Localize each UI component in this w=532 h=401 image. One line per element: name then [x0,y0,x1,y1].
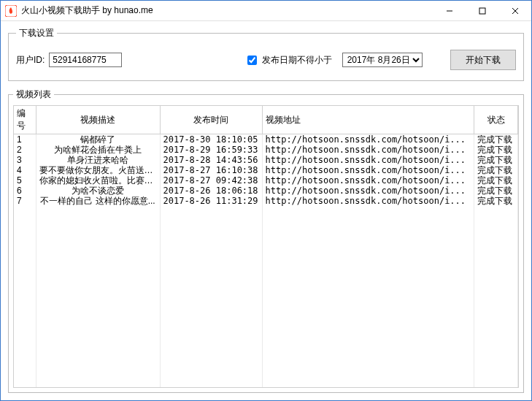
cell-desc: 不一样的自己 这样的你愿意... [36,196,160,206]
table-row-empty [14,278,518,288]
date-picker[interactable]: 2017年 8月26日 [342,53,423,67]
table-row-empty [14,216,518,226]
download-settings-group: 下载设置 用户ID: 发布日期不得小于 2017年 8月26日 开始下载 [8,27,524,81]
date-filter-label[interactable]: 发布日期不得小于 [247,54,331,66]
col-header-url[interactable]: 视频地址 [262,106,474,134]
table-row-empty [14,226,518,237]
list-legend: 视频列表 [13,88,54,101]
table-row-empty [14,308,518,318]
cell-desc: 要不要做你女朋友。火苗送起... [36,165,160,175]
col-header-time[interactable]: 发布时间 [160,106,262,134]
table-row-empty [14,267,518,278]
cell-desc: 锅都碎了 [36,134,160,145]
cell-desc: 为啥鲜花会插在牛粪上 [36,145,160,155]
table-row-empty [14,288,518,298]
cell-status: 完成下载 [474,145,518,155]
start-download-button[interactable]: 开始下载 [450,50,516,70]
cell-status: 完成下载 [474,165,518,175]
cell-url: http://hotsoon.snssdk.com/hotsoon/i... [262,165,474,175]
table-row[interactable]: 4要不要做你女朋友。火苗送起...2017-8-27 16:10:38http:… [14,165,518,175]
user-id-input[interactable] [49,53,122,67]
table-row-empty [14,329,518,339]
date-filter-checkbox[interactable] [247,56,257,65]
title-bar: 火山小视频下载助手 by hunao.me [1,1,531,21]
app-icon [5,5,17,17]
table-row-empty [14,206,518,216]
cell-url: http://hotsoon.snssdk.com/hotsoon/i... [262,134,474,145]
cell-idx: 5 [14,175,36,186]
cell-status: 完成下载 [474,175,518,186]
table-row-empty [14,257,518,267]
table-row-empty [14,370,518,380]
video-table: 编号 视频描述 发布时间 视频地址 状态 1锅都碎了2017-8-30 18:1… [14,106,518,388]
table-row-empty [14,339,518,349]
table-row-empty [14,380,518,388]
cell-idx: 3 [14,155,36,165]
table-row[interactable]: 3单身汪进来哈哈2017-8-28 14:43:56http://hotsoon… [14,155,518,165]
video-list-group: 视频列表 编号 视频描述 发布时间 视频地址 状态 [8,88,524,393]
cell-idx: 6 [14,186,36,196]
cell-status: 完成下载 [474,196,518,206]
table-row-empty [14,318,518,329]
cell-time: 2017-8-30 18:10:05 [160,134,262,145]
cell-status: 完成下载 [474,186,518,196]
table-row[interactable]: 6为啥不谈恋爱2017-8-26 18:06:18http://hotsoon.… [14,186,518,196]
cell-status: 完成下载 [474,155,518,165]
cell-status: 完成下载 [474,134,518,145]
col-header-desc[interactable]: 视频描述 [36,106,160,134]
maximize-button[interactable] [466,1,498,21]
cell-time: 2017-8-27 09:42:38 [160,175,262,186]
table-row[interactable]: 1锅都碎了2017-8-30 18:10:05http://hotsoon.sn… [14,134,518,145]
table-body: 1锅都碎了2017-8-30 18:10:05http://hotsoon.sn… [14,134,518,389]
minimize-button[interactable] [433,1,466,21]
table-row-empty [14,359,518,370]
table-row[interactable]: 5你家的媳妇收火苗啦。比赛最...2017-8-27 09:42:38http:… [14,175,518,186]
cell-time: 2017-8-27 16:10:38 [160,165,262,175]
cell-time: 2017-8-29 16:59:33 [160,145,262,155]
cell-desc: 单身汪进来哈哈 [36,155,160,165]
close-button[interactable] [498,1,531,21]
table-row[interactable]: 2为啥鲜花会插在牛粪上2017-8-29 16:59:33http://hots… [14,145,518,155]
cell-url: http://hotsoon.snssdk.com/hotsoon/i... [262,175,474,186]
cell-idx: 2 [14,145,36,155]
cell-idx: 1 [14,134,36,145]
cell-time: 2017-8-28 14:43:56 [160,155,262,165]
app-window: 火山小视频下载助手 by hunao.me 下载设置 用户ID: 发布日期不得小… [0,0,532,401]
table-header-row: 编号 视频描述 发布时间 视频地址 状态 [14,106,518,134]
table-row-empty [14,237,518,247]
cell-desc: 为啥不谈恋爱 [36,186,160,196]
video-table-container[interactable]: 编号 视频描述 发布时间 视频地址 状态 1锅都碎了2017-8-30 18:1… [13,105,519,388]
cell-url: http://hotsoon.snssdk.com/hotsoon/i... [262,145,474,155]
window-title: 火山小视频下载助手 by hunao.me [21,4,153,17]
user-id-label: 用户ID: [16,54,45,66]
table-row-empty [14,349,518,359]
cell-url: http://hotsoon.snssdk.com/hotsoon/i... [262,196,474,206]
table-row-empty [14,298,518,308]
svg-rect-2 [479,8,485,14]
cell-desc: 你家的媳妇收火苗啦。比赛最... [36,175,160,186]
cell-time: 2017-8-26 11:31:29 [160,196,262,206]
col-header-status[interactable]: 状态 [474,106,518,134]
settings-legend: 下载设置 [16,27,57,39]
table-row[interactable]: 7不一样的自己 这样的你愿意...2017-8-26 11:31:29http:… [14,196,518,206]
cell-time: 2017-8-26 18:06:18 [160,186,262,196]
cell-url: http://hotsoon.snssdk.com/hotsoon/i... [262,155,474,165]
cell-idx: 7 [14,196,36,206]
col-header-index[interactable]: 编号 [14,106,36,134]
cell-idx: 4 [14,165,36,175]
cell-url: http://hotsoon.snssdk.com/hotsoon/i... [262,186,474,196]
table-row-empty [14,247,518,257]
